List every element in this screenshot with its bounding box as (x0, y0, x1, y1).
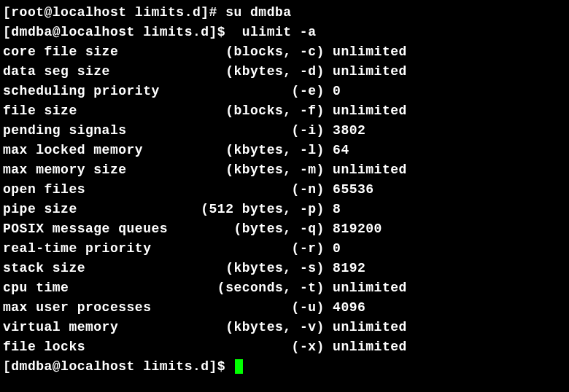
limit-spec: (-x) (168, 340, 325, 354)
cursor-icon (235, 359, 243, 374)
limit-value: 4096 (333, 300, 365, 315)
limit-name: virtual memory (3, 320, 168, 334)
limit-spec: (-i) (168, 123, 325, 138)
limit-spec: (seconds, -t) (168, 281, 325, 295)
limit-value: unlimited (333, 44, 407, 59)
prompt-1: [root@localhost limits.d]# su dmdba (3, 5, 292, 20)
limit-name: stack size (3, 261, 168, 275)
limit-name: pipe size (3, 202, 168, 216)
limit-name: cpu time (3, 281, 168, 295)
limit-row: POSIX message queues (bytes, -q) 819200 (3, 219, 566, 239)
limit-row: stack size (kbytes, -s) 8192 (3, 259, 566, 278)
limit-spec: (-r) (168, 241, 325, 256)
limit-row: cpu time (seconds, -t) unlimited (3, 278, 566, 298)
limit-row: file locks (-x) unlimited (3, 337, 566, 357)
limit-spec: (-u) (168, 300, 325, 315)
limit-spec: (kbytes, -v) (168, 320, 325, 334)
limit-row: scheduling priority (-e) 0 (3, 82, 566, 101)
limit-row: virtual memory (kbytes, -v) unlimited (3, 318, 566, 337)
limit-row: open files (-n) 65536 (3, 180, 566, 200)
limit-row: max memory size (kbytes, -m) unlimited (3, 160, 566, 180)
limit-name: real-time priority (3, 241, 168, 256)
prompt-line-3[interactable]: [dmdba@localhost limits.d]$ (3, 357, 566, 377)
limit-name: open files (3, 182, 168, 197)
limit-spec: (blocks, -c) (168, 44, 325, 59)
limit-row: max locked memory (kbytes, -l) 64 (3, 141, 566, 160)
limit-value: unlimited (333, 281, 407, 295)
limit-spec: (blocks, -f) (168, 103, 325, 118)
limit-spec: (kbytes, -m) (168, 162, 325, 177)
limit-row: max user processes (-u) 4096 (3, 298, 566, 318)
limit-value: 8192 (333, 261, 365, 275)
limit-spec: (-e) (168, 84, 325, 98)
prompt-3: [dmdba@localhost limits.d]$ (3, 359, 233, 374)
limit-name: data seg size (3, 64, 168, 79)
limit-value: 64 (333, 143, 349, 157)
limit-spec: (512 bytes, -p) (168, 202, 325, 216)
prompt-line-1: [root@localhost limits.d]# su dmdba (3, 3, 566, 23)
limit-value: 3802 (333, 123, 365, 138)
limit-name: core file size (3, 44, 168, 59)
prompt-2: [dmdba@localhost limits.d]$ ulimit -a (3, 25, 316, 39)
prompt-line-2: [dmdba@localhost limits.d]$ ulimit -a (3, 23, 566, 42)
limit-row: pipe size (512 bytes, -p) 8 (3, 200, 566, 219)
limit-row: pending signals (-i) 3802 (3, 121, 566, 141)
limit-spec: (kbytes, -l) (168, 143, 325, 157)
limit-spec: (kbytes, -d) (168, 64, 325, 79)
limit-value: 819200 (333, 222, 382, 236)
limit-name: max memory size (3, 162, 168, 177)
limit-row: data seg size (kbytes, -d) unlimited (3, 62, 566, 82)
limit-name: file locks (3, 340, 168, 354)
limit-value: 65536 (333, 182, 374, 197)
limit-value: unlimited (333, 320, 407, 334)
limit-name: scheduling priority (3, 84, 168, 98)
limit-value: 0 (333, 241, 341, 256)
limit-spec: (-n) (168, 182, 325, 197)
limit-row: file size (blocks, -f) unlimited (3, 101, 566, 121)
limit-name: max user processes (3, 300, 168, 315)
limit-value: unlimited (333, 340, 407, 354)
limit-name: max locked memory (3, 143, 168, 157)
limit-name: pending signals (3, 123, 168, 138)
limit-row: real-time priority (-r) 0 (3, 239, 566, 259)
limit-value: unlimited (333, 162, 407, 177)
limit-value: 8 (333, 202, 341, 216)
limit-name: file size (3, 103, 168, 118)
limit-row: core file size (blocks, -c) unlimited (3, 42, 566, 62)
limit-value: 0 (333, 84, 341, 98)
limit-spec: (kbytes, -s) (168, 261, 325, 275)
limit-value: unlimited (333, 103, 407, 118)
limit-value: unlimited (333, 64, 407, 79)
limit-name: POSIX message queues (3, 222, 168, 236)
limit-spec: (bytes, -q) (168, 222, 325, 236)
